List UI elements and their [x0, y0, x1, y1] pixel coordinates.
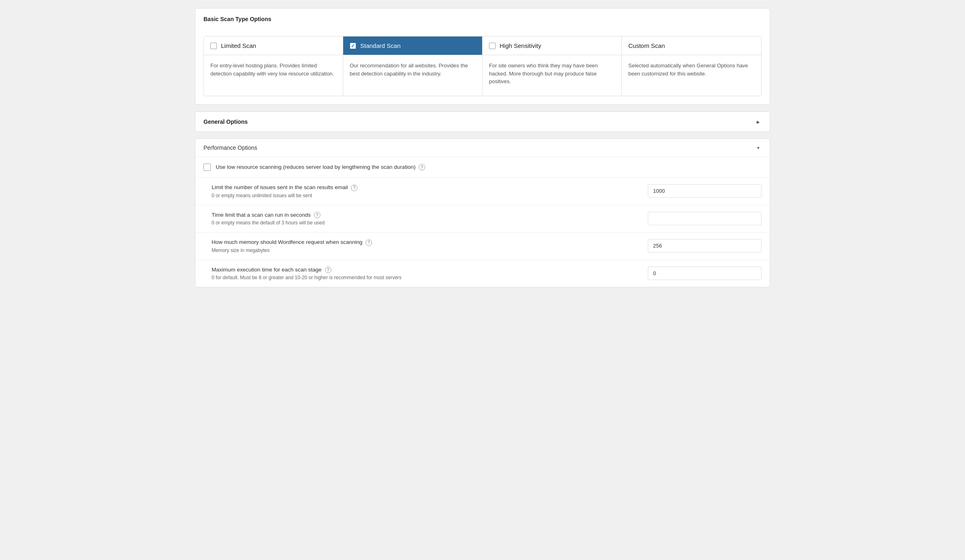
- max-execution-time-label-group: Maximum execution time for each scan sta…: [212, 267, 640, 281]
- limited-scan-label: Limited Scan: [221, 42, 256, 49]
- scan-option-high-sensitivity[interactable]: High Sensitivity For site owners who thi…: [482, 37, 622, 96]
- custom-scan-label: Custom Scan: [628, 42, 665, 49]
- scan-option-limited[interactable]: Limited Scan For entry-level hosting pla…: [204, 37, 343, 96]
- low-resource-help-icon[interactable]: ?: [419, 164, 425, 170]
- scan-option-standard-header[interactable]: Standard Scan: [343, 37, 482, 55]
- memory-size-label: How much memory should Wordfence request…: [212, 239, 640, 246]
- scan-option-standard[interactable]: Standard Scan Our recommendation for all…: [343, 37, 482, 96]
- scan-option-custom-header[interactable]: Custom Scan: [622, 37, 761, 55]
- time-limit-input[interactable]: [648, 212, 762, 225]
- max-execution-time-label: Maximum execution time for each scan sta…: [212, 267, 640, 274]
- memory-size-input[interactable]: [648, 239, 762, 252]
- general-options-header[interactable]: General Options: [195, 112, 770, 131]
- performance-options-section: Performance Options Use low resource sca…: [195, 138, 770, 287]
- memory-size-label-group: How much memory should Wordfence request…: [212, 239, 640, 253]
- memory-size-sublabel: Memory size in megabytes: [212, 248, 640, 253]
- scan-option-limited-header[interactable]: Limited Scan: [204, 37, 343, 55]
- memory-size-row: How much memory should Wordfence request…: [195, 233, 770, 260]
- low-resource-label: Use low resource scanning (reduces serve…: [216, 164, 425, 171]
- email-issues-limit-row: Limit the number of issues sent in the s…: [195, 178, 770, 205]
- max-execution-time-sublabel: 0 for default. Must be 8 or greater and …: [212, 275, 640, 280]
- time-limit-row: Time limit that a scan can run in second…: [195, 205, 770, 233]
- standard-scan-label: Standard Scan: [360, 42, 400, 49]
- memory-size-help-icon[interactable]: ?: [366, 239, 372, 246]
- standard-scan-checkbox[interactable]: [350, 43, 356, 49]
- low-resource-row: Use low resource scanning (reduces serve…: [195, 157, 770, 178]
- email-issues-limit-label: Limit the number of issues sent in the s…: [212, 184, 640, 191]
- email-issues-limit-label-group: Limit the number of issues sent in the s…: [212, 184, 640, 198]
- performance-options-header[interactable]: Performance Options: [195, 139, 770, 157]
- general-options-chevron-right-icon: [755, 118, 762, 125]
- limited-scan-checkbox[interactable]: [210, 43, 217, 49]
- time-limit-sublabel: 0 or empty means the default of 3 hours …: [212, 220, 640, 226]
- basic-scan-section: Basic Scan Type Options Limited Scan For…: [195, 8, 770, 105]
- max-execution-time-input[interactable]: [648, 267, 762, 280]
- standard-scan-description: Our recommendation for all websites. Pro…: [343, 55, 482, 96]
- basic-scan-title: Basic Scan Type Options: [195, 9, 770, 30]
- time-limit-label: Time limit that a scan can run in second…: [212, 212, 640, 219]
- scan-options-grid: Limited Scan For entry-level hosting pla…: [203, 36, 762, 96]
- basic-scan-content: Limited Scan For entry-level hosting pla…: [195, 30, 770, 104]
- general-options-title: General Options: [203, 118, 248, 125]
- max-execution-time-help-icon[interactable]: ?: [325, 267, 331, 273]
- scan-option-custom[interactable]: Custom Scan Selected automatically when …: [622, 37, 761, 96]
- high-sensitivity-label: High Sensitivity: [500, 42, 541, 49]
- email-issues-limit-input[interactable]: [648, 184, 762, 198]
- limited-scan-description: For entry-level hosting plans. Provides …: [204, 55, 343, 96]
- performance-options-chevron-down-icon: [755, 144, 762, 151]
- high-sensitivity-description: For site owners who think they may have …: [482, 55, 621, 96]
- time-limit-label-group: Time limit that a scan can run in second…: [212, 212, 640, 226]
- low-resource-checkbox[interactable]: [203, 164, 211, 171]
- high-sensitivity-checkbox[interactable]: [489, 43, 495, 49]
- time-limit-help-icon[interactable]: ?: [314, 212, 320, 218]
- scan-option-high-sensitivity-header[interactable]: High Sensitivity: [482, 37, 621, 55]
- general-options-section: General Options: [195, 111, 770, 132]
- max-execution-time-row: Maximum execution time for each scan sta…: [195, 260, 770, 287]
- email-issues-limit-sublabel: 0 or empty means unlimited issues will b…: [212, 193, 640, 198]
- email-issues-limit-help-icon[interactable]: ?: [351, 185, 357, 191]
- custom-scan-description: Selected automatically when General Opti…: [622, 55, 761, 96]
- performance-options-title: Performance Options: [203, 144, 257, 151]
